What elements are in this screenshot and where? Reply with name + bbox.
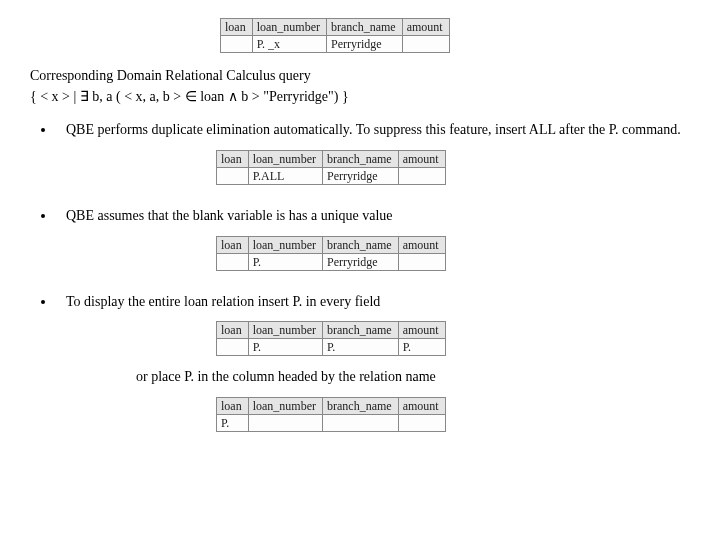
bullet-item: QBE assumes that the blank variable is h… xyxy=(56,207,690,271)
table-container: loan loan_number branch_name amount P. P… xyxy=(216,321,690,356)
col-header: loan xyxy=(217,236,249,253)
table-container: loan loan_number branch_name amount P.AL… xyxy=(216,150,690,185)
intro-section: Corresponding Domain Relational Calculus… xyxy=(30,67,690,107)
col-header: loan_number xyxy=(252,19,326,36)
top-table-container: loan loan_number branch_name amount P. _… xyxy=(220,18,690,53)
qbe-table: loan loan_number branch_name amount P. xyxy=(216,397,446,432)
col-header: branch_name xyxy=(323,398,399,415)
col-header: loan xyxy=(217,322,249,339)
table-container: loan loan_number branch_name amount P. xyxy=(216,397,690,432)
cell: P. xyxy=(323,339,399,356)
col-header: branch_name xyxy=(327,19,403,36)
intro-line-2: { < x > | ∃ b, a ( < x, a, b > ∈ loan ∧ … xyxy=(30,88,690,107)
col-header: amount xyxy=(398,236,445,253)
cell: P. xyxy=(217,415,249,432)
col-header: loan_number xyxy=(248,150,322,167)
cell xyxy=(398,415,445,432)
col-header: loan xyxy=(221,19,253,36)
col-header: amount xyxy=(398,150,445,167)
cell: Perryridge xyxy=(327,36,403,53)
col-header: loan xyxy=(217,150,249,167)
cell: Perryridge xyxy=(323,167,399,184)
cell: P. xyxy=(248,253,322,270)
bullet-text: To display the entire loan relation inse… xyxy=(66,294,380,309)
bullet-item: To display the entire loan relation inse… xyxy=(56,293,690,433)
col-header: branch_name xyxy=(323,236,399,253)
table-container: loan loan_number branch_name amount P. P… xyxy=(216,236,690,271)
cell xyxy=(248,415,322,432)
cell: P.ALL xyxy=(248,167,322,184)
col-header: branch_name xyxy=(323,150,399,167)
col-header: loan_number xyxy=(248,398,322,415)
cell xyxy=(217,253,249,270)
col-header: loan xyxy=(217,398,249,415)
bullet-note: or place P. in the column headed by the … xyxy=(136,368,690,387)
cell xyxy=(402,36,449,53)
col-header: branch_name xyxy=(323,322,399,339)
col-header: amount xyxy=(398,398,445,415)
cell xyxy=(221,36,253,53)
bullet-item: QBE performs duplicate elimination autom… xyxy=(56,121,690,185)
col-header: amount xyxy=(402,19,449,36)
cell: Perryridge xyxy=(323,253,399,270)
cell xyxy=(398,167,445,184)
bullet-text: QBE performs duplicate elimination autom… xyxy=(66,122,681,137)
cell xyxy=(323,415,399,432)
col-header: amount xyxy=(398,322,445,339)
qbe-table: loan loan_number branch_name amount P. P… xyxy=(216,236,446,271)
qbe-table: loan loan_number branch_name amount P. P… xyxy=(216,321,446,356)
cell: P. xyxy=(398,339,445,356)
intro-line-1: Corresponding Domain Relational Calculus… xyxy=(30,67,690,86)
cell xyxy=(398,253,445,270)
cell: P. _x xyxy=(252,36,326,53)
cell: P. xyxy=(248,339,322,356)
bullet-text: QBE assumes that the blank variable is h… xyxy=(66,208,393,223)
col-header: loan_number xyxy=(248,236,322,253)
col-header: loan_number xyxy=(248,322,322,339)
cell xyxy=(217,339,249,356)
bullet-list: QBE performs duplicate elimination autom… xyxy=(30,121,690,433)
qbe-table: loan loan_number branch_name amount P.AL… xyxy=(216,150,446,185)
qbe-table-top: loan loan_number branch_name amount P. _… xyxy=(220,18,450,53)
cell xyxy=(217,167,249,184)
